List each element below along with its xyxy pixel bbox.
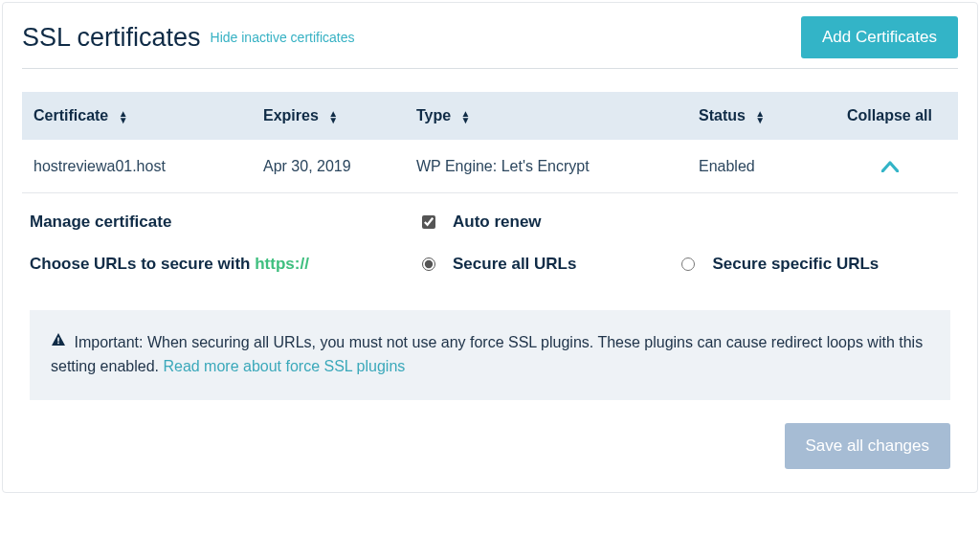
- hide-inactive-link[interactable]: Hide inactive certificates: [211, 30, 355, 45]
- secure-all-option[interactable]: Secure all URLs: [422, 255, 576, 274]
- cell-expires: Apr 30, 2019: [263, 158, 416, 175]
- read-more-link[interactable]: Read more about force SSL plugins: [163, 358, 405, 374]
- column-expires[interactable]: Expires ▲▼: [263, 107, 416, 124]
- manage-certificate-row: Manage certificate Auto renew: [30, 201, 950, 243]
- sort-icon: ▲▼: [461, 110, 471, 123]
- add-certificates-button[interactable]: Add Certificates: [801, 16, 958, 58]
- manage-certificate-label: Manage certificate: [30, 213, 422, 232]
- choose-urls-prefix: Choose URLs to secure with: [30, 255, 255, 273]
- auto-renew-checkbox[interactable]: [422, 215, 435, 229]
- secure-specific-option[interactable]: Secure specific URLs: [681, 255, 879, 274]
- column-certificate[interactable]: Certificate ▲▼: [33, 107, 263, 124]
- column-expires-label: Expires: [263, 107, 319, 123]
- chevron-up-icon: [881, 155, 899, 176]
- choose-urls-label: Choose URLs to secure with https://: [30, 255, 422, 274]
- page-title: SSL certificates: [22, 23, 201, 53]
- cell-status: Enabled: [699, 158, 833, 175]
- auto-renew-label: Auto renew: [453, 213, 542, 232]
- ssl-certificates-panel: SSL certificates Hide inactive certifica…: [2, 2, 978, 493]
- sort-icon: ▲▼: [119, 110, 128, 123]
- auto-renew-option[interactable]: Auto renew: [422, 213, 542, 232]
- sort-icon: ▲▼: [755, 110, 765, 123]
- save-row: Save all changes: [30, 423, 950, 469]
- https-label: https://: [255, 255, 309, 273]
- column-type-label: Type: [416, 107, 451, 123]
- cell-type: WP Engine: Let's Encrypt: [416, 158, 699, 175]
- sort-icon: ▲▼: [328, 110, 338, 123]
- table-header: Certificate ▲▼ Expires ▲▼ Type ▲▼ Status…: [22, 92, 958, 140]
- row-collapse-toggle[interactable]: [833, 155, 947, 177]
- secure-all-label: Secure all URLs: [453, 255, 576, 274]
- secure-all-radio[interactable]: [422, 257, 435, 271]
- secure-specific-radio[interactable]: [681, 257, 695, 271]
- choose-urls-row: Choose URLs to secure with https:// Secu…: [30, 243, 950, 285]
- cell-certificate: hostreviewa01.host: [33, 158, 263, 175]
- svg-rect-0: [57, 338, 59, 342]
- collapse-all-label: Collapse all: [847, 107, 932, 123]
- column-status[interactable]: Status ▲▼: [699, 107, 833, 124]
- column-type[interactable]: Type ▲▼: [416, 107, 699, 124]
- column-certificate-label: Certificate: [33, 107, 108, 123]
- important-notice: Important: When securing all URLs, you m…: [30, 310, 950, 400]
- save-all-changes-button[interactable]: Save all changes: [785, 423, 950, 469]
- column-status-label: Status: [699, 107, 746, 123]
- collapse-all-toggle[interactable]: Collapse all: [833, 107, 947, 124]
- panel-header: SSL certificates Hide inactive certifica…: [22, 16, 958, 69]
- warning-icon: [51, 334, 70, 350]
- secure-specific-label: Secure specific URLs: [712, 255, 879, 274]
- table-row: hostreviewa01.host Apr 30, 2019 WP Engin…: [22, 140, 958, 193]
- svg-rect-1: [57, 343, 59, 345]
- certificate-detail: Manage certificate Auto renew Choose URL…: [22, 193, 958, 469]
